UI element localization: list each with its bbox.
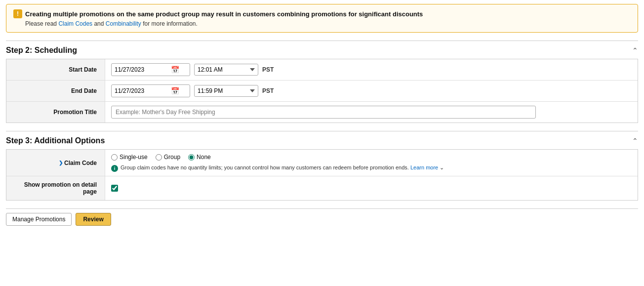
start-date-row: Start Date 📅 12:01 AM 12:30 AM 1:00 AM 1… (6, 59, 638, 81)
warning-banner: ! Creating multiple promotions on the sa… (6, 4, 638, 33)
end-date-calendar-icon[interactable]: 📅 (171, 87, 179, 95)
claim-code-chevron-icon: ❯ (59, 160, 63, 165)
step3-header: Step 3: Additional Options ⌃ (6, 131, 638, 149)
learn-more-link[interactable]: Learn more (410, 164, 438, 170)
step2-section: Step 2: Scheduling ⌃ Start Date 📅 12:01 … (6, 41, 638, 123)
warning-subtitle: Please read Claim Codes and Combinabilit… (13, 20, 631, 27)
end-date-row: End Date 📅 12:01 AM 12:30 AM 1:00 AM 11:… (6, 81, 638, 102)
promotion-title-label: Promotion Title (6, 102, 105, 123)
warning-title-text: Creating multiple promotions on the same… (25, 10, 423, 18)
claim-code-value: Single-use Group None i (105, 150, 638, 176)
step3-section: Step 3: Additional Options ⌃ ❯ Claim Cod… (6, 131, 638, 201)
footer-buttons: Manage Promotions Review (6, 208, 638, 226)
warning-icon: ! (13, 9, 22, 18)
step2-collapse-icon[interactable]: ⌃ (632, 46, 638, 54)
step3-collapse-icon[interactable]: ⌃ (632, 137, 638, 145)
show-promotion-label: Show promotion on detail page (6, 176, 105, 200)
review-button[interactable]: Review (76, 213, 111, 226)
start-timezone: PST (262, 66, 274, 73)
radio-none-input[interactable] (188, 154, 195, 161)
step2-title: Step 2: Scheduling (6, 46, 77, 55)
radio-single-use-label: Single-use (120, 154, 148, 161)
step3-form: ❯ Claim Code Single-use Group (6, 149, 638, 201)
claim-code-row: ❯ Claim Code Single-use Group (6, 150, 638, 176)
promotion-title-row: Promotion Title (6, 102, 638, 123)
claim-code-label-text: Claim Code (64, 160, 97, 166)
end-date-input-wrapper[interactable]: 📅 (111, 84, 190, 97)
end-timezone: PST (262, 87, 274, 94)
info-text: Group claim codes have no quantity limit… (121, 164, 444, 171)
claim-codes-link[interactable]: Claim Codes (58, 20, 92, 27)
show-promotion-value (105, 176, 638, 200)
end-date-label: End Date (6, 81, 105, 101)
warning-title: ! Creating multiple promotions on the sa… (13, 9, 631, 18)
claim-code-radio-group: Single-use Group None (111, 154, 211, 161)
learn-more-chevron: ⌄ (440, 164, 444, 170)
step2-header: Step 2: Scheduling ⌃ (6, 41, 638, 59)
combinability-link[interactable]: Combinability (106, 20, 141, 27)
end-date-input[interactable] (115, 87, 169, 94)
radio-none-label: None (197, 154, 211, 161)
step3-title: Step 3: Additional Options (6, 136, 105, 145)
step2-form: Start Date 📅 12:01 AM 12:30 AM 1:00 AM 1… (6, 59, 638, 123)
warning-suffix: for more information. (143, 20, 198, 27)
warning-connector: and (94, 20, 105, 27)
start-date-input-wrapper[interactable]: 📅 (111, 63, 190, 76)
radio-none[interactable]: None (188, 154, 211, 161)
start-date-label: Start Date (6, 59, 105, 80)
end-date-value: 📅 12:01 AM 12:30 AM 1:00 AM 11:59 PM PST (105, 81, 638, 101)
radio-group-input[interactable] (156, 154, 162, 161)
start-date-calendar-icon[interactable]: 📅 (171, 66, 179, 74)
manage-promotions-button[interactable]: Manage Promotions (6, 213, 72, 226)
warning-sub-text: Please read (25, 20, 58, 27)
start-date-input[interactable] (115, 66, 169, 73)
end-time-select[interactable]: 12:01 AM 12:30 AM 1:00 AM 11:59 PM (194, 85, 258, 97)
info-icon: i (111, 165, 118, 172)
radio-group[interactable]: Group (156, 154, 180, 161)
claim-code-label: ❯ Claim Code (6, 150, 105, 176)
radio-single-use[interactable]: Single-use (111, 154, 148, 161)
show-promotion-checkbox[interactable] (111, 185, 118, 192)
promotion-title-value (105, 102, 638, 123)
claim-code-info: i Group claim codes have no quantity lim… (111, 164, 444, 172)
promotion-title-input[interactable] (111, 106, 536, 119)
show-promotion-row: Show promotion on detail page (6, 176, 638, 200)
radio-single-use-input[interactable] (111, 154, 118, 161)
start-date-value: 📅 12:01 AM 12:30 AM 1:00 AM 11:59 PM PST (105, 59, 638, 80)
start-time-select[interactable]: 12:01 AM 12:30 AM 1:00 AM 11:59 PM (194, 64, 258, 76)
radio-group-label: Group (164, 154, 180, 161)
